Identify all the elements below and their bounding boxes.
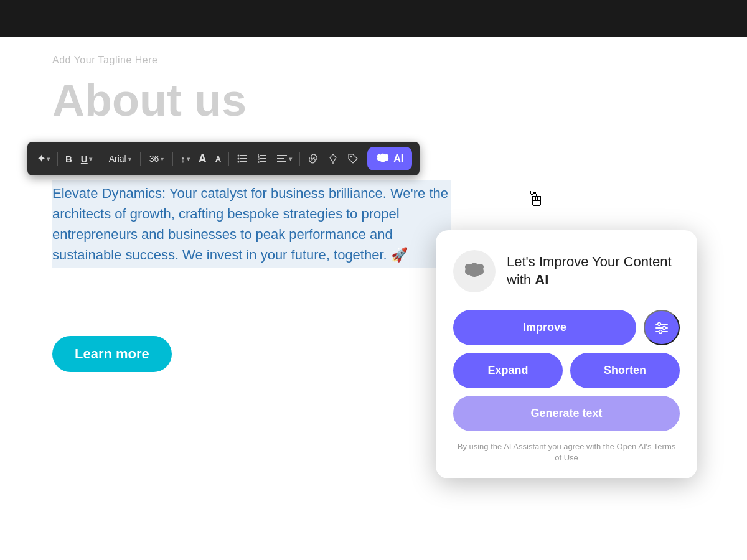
svg-marker-16 (330, 154, 336, 162)
about-title: About us (52, 75, 247, 126)
content-area: Elevate Dynamics: Your catalyst for busi… (52, 180, 451, 268)
font-large-icon: A (199, 152, 207, 166)
toolbar-divider-5 (228, 152, 229, 166)
svg-point-24 (659, 330, 662, 333)
shorten-button[interactable]: Shorten (570, 353, 680, 388)
svg-point-23 (663, 326, 666, 329)
tagline: Add Your Tagline Here (52, 55, 157, 66)
svg-rect-14 (277, 161, 286, 162)
magic-tool-button[interactable]: ✦ ▾ (35, 152, 52, 166)
selected-text[interactable]: Elevate Dynamics: Your catalyst for busi… (52, 180, 451, 268)
expand-shorten-row: Expand Shorten (453, 353, 680, 388)
toolbar-divider-2 (100, 152, 100, 166)
ai-panel-title-bold: AI (535, 272, 548, 287)
svg-point-3 (238, 155, 240, 157)
svg-point-5 (238, 161, 240, 163)
ai-label: AI (393, 153, 403, 164)
ai-panel-footer: By using the AI Assistant you agree with… (453, 441, 680, 464)
chevron-down-icon: ▾ (161, 156, 164, 162)
svg-point-4 (238, 158, 240, 160)
ai-panel-title-prefix: Let's Improve Your Content with (507, 254, 672, 287)
improve-row: Improve (453, 310, 680, 345)
ai-panel-header: Let's Improve Your Content with AI (453, 250, 680, 292)
chevron-down-icon: ▾ (187, 156, 190, 162)
font-size-dropdown[interactable]: 36 ▾ (146, 152, 168, 165)
improve-button[interactable]: Improve (453, 310, 636, 345)
chevron-down-icon: ▾ (47, 156, 50, 162)
tag-button[interactable] (345, 152, 361, 166)
svg-rect-7 (260, 158, 266, 159)
settings-icon (654, 320, 669, 335)
tag-icon (347, 153, 359, 164)
toolbar-divider-4 (172, 152, 173, 166)
chevron-down-icon: ▾ (128, 156, 131, 162)
ai-panel-buttons: Improve Expand Shorten Generate text (453, 310, 680, 431)
svg-point-18 (350, 156, 352, 157)
generate-text-button[interactable]: Generate text (453, 396, 680, 431)
svg-point-22 (658, 322, 661, 325)
svg-rect-12 (277, 155, 287, 156)
brain-icon (376, 152, 390, 166)
font-size-label: 36 (149, 154, 159, 164)
list-ordered-icon: 1 2 3 (256, 153, 268, 164)
link-button[interactable] (305, 152, 321, 166)
ai-panel-title: Let's Improve Your Content with AI (507, 253, 680, 289)
svg-rect-2 (240, 161, 247, 162)
align-icon (276, 153, 288, 164)
list-ordered-button[interactable]: 1 2 3 (254, 152, 270, 166)
highlight-icon (327, 153, 339, 164)
brain-panel-icon (463, 260, 486, 282)
svg-rect-6 (260, 155, 266, 156)
font-family-dropdown[interactable]: Arial ▾ (105, 152, 135, 165)
align-button[interactable]: ▾ (274, 152, 294, 166)
chevron-down-icon: ▾ (89, 156, 92, 162)
font-size-small-button[interactable]: A (213, 153, 223, 165)
svg-rect-13 (277, 158, 284, 159)
line-height-icon: ↕ (181, 154, 186, 164)
ai-panel: Let's Improve Your Content with AI Impro… (436, 230, 697, 478)
list-unordered-button[interactable] (234, 152, 250, 166)
expand-button[interactable]: Expand (453, 353, 563, 388)
learn-more-button[interactable]: Learn more (52, 336, 172, 372)
generate-row: Generate text (453, 396, 680, 431)
ai-toolbar-button[interactable]: AI (367, 147, 412, 170)
ai-icon-circle (453, 250, 496, 292)
underline-button[interactable]: U ▾ (78, 152, 95, 166)
settings-button[interactable] (644, 310, 680, 345)
font-family-label: Arial (109, 154, 126, 164)
formatting-toolbar: ✦ ▾ B U ▾ Arial ▾ 36 ▾ ↕ ▾ A A (27, 142, 420, 175)
font-size-large-button[interactable]: A (196, 151, 209, 167)
magic-icon: ✦ (37, 153, 45, 164)
svg-rect-8 (260, 161, 266, 162)
chevron-down-icon: ▾ (289, 156, 292, 162)
highlight-button[interactable] (325, 152, 341, 166)
line-height-button[interactable]: ↕ ▾ (178, 152, 192, 166)
bold-button[interactable]: B (63, 152, 75, 166)
svg-rect-0 (240, 155, 247, 156)
toolbar-divider-3 (140, 152, 141, 166)
svg-rect-1 (240, 158, 247, 159)
link-icon (308, 153, 319, 164)
list-unordered-icon (237, 153, 248, 164)
toolbar-divider-6 (299, 152, 300, 166)
svg-text:3: 3 (258, 160, 260, 164)
toolbar-divider-1 (57, 152, 58, 166)
underline-label: U (81, 154, 88, 164)
svg-line-15 (312, 157, 315, 161)
font-small-icon: A (215, 154, 221, 164)
